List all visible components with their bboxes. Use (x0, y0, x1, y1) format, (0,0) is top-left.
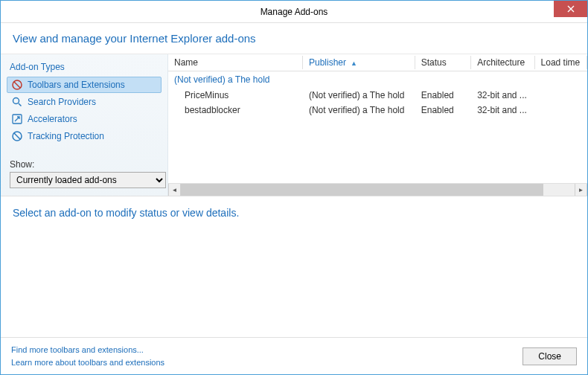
page-title: View and manage your Internet Explorer a… (13, 32, 575, 45)
cell-loadtime (535, 88, 587, 103)
table-row[interactable]: bestadblocker (Not verified) a The hold … (168, 103, 587, 118)
sidebar-item-label: Search Providers (28, 97, 96, 107)
cell-status: Enabled (415, 88, 471, 103)
sidebar-item-label: Tracking Protection (28, 131, 104, 141)
learn-more-link[interactable]: Learn more about toolbars and extensions (11, 356, 164, 369)
close-button[interactable]: Close (523, 347, 577, 365)
scroll-thumb[interactable] (181, 184, 543, 196)
table-header-row: Name Publisher▲ Status Architecture Load… (168, 54, 587, 71)
cell-name: bestadblocker (168, 103, 303, 118)
sidebar: Add-on Types Toolbars and Extensions Sea… (1, 54, 168, 196)
addon-table-wrap: Name Publisher▲ Status Architecture Load… (168, 54, 587, 183)
show-select[interactable]: Currently loaded add-ons (10, 172, 166, 188)
accelerator-icon (11, 113, 23, 125)
show-section: Show: Currently loaded add-ons (7, 159, 162, 188)
content-area: Add-on Types Toolbars and Extensions Sea… (1, 54, 587, 196)
cell-status: Enabled (415, 103, 471, 118)
footer-links: Find more toolbars and extensions... Lea… (11, 344, 164, 368)
show-label: Show: (10, 159, 162, 170)
table-row[interactable]: PriceMinus (Not verified) a The hold Ena… (168, 88, 587, 103)
sidebar-item-toolbars-extensions[interactable]: Toolbars and Extensions (7, 77, 162, 93)
cell-architecture: 32-bit and ... (471, 103, 534, 118)
col-header-loadtime[interactable]: Load time (535, 54, 587, 71)
sidebar-heading: Add-on Types (7, 62, 162, 72)
details-message: Select an add-on to modify status or vie… (13, 207, 575, 219)
cell-architecture: 32-bit and ... (471, 88, 534, 103)
toolbar-icon (11, 79, 23, 91)
close-icon (567, 5, 575, 13)
col-header-publisher[interactable]: Publisher▲ (303, 54, 415, 71)
table-group-row[interactable]: (Not verified) a The hold (168, 71, 587, 89)
cell-name: PriceMinus (168, 88, 303, 103)
sidebar-item-search-providers[interactable]: Search Providers (7, 94, 162, 110)
sidebar-item-label: Toolbars and Extensions (28, 80, 125, 90)
horizontal-scrollbar[interactable]: ◄ ► (168, 183, 587, 196)
block-icon (11, 130, 23, 142)
col-header-name[interactable]: Name (168, 54, 303, 71)
scroll-track[interactable] (181, 184, 575, 196)
cell-loadtime (535, 103, 587, 118)
sort-ascending-icon: ▲ (351, 60, 357, 67)
group-label: (Not verified) a The hold (168, 71, 587, 89)
sidebar-item-label: Accelerators (28, 114, 77, 124)
window-close-button[interactable] (554, 1, 587, 17)
search-icon (11, 96, 23, 108)
scroll-right-arrow[interactable]: ► (575, 184, 587, 196)
titlebar: Manage Add-ons (1, 1, 587, 23)
svg-point-1 (13, 98, 19, 104)
main-area: Name Publisher▲ Status Architecture Load… (168, 54, 587, 196)
footer: Find more toolbars and extensions... Lea… (1, 337, 587, 374)
addon-table: Name Publisher▲ Status Architecture Load… (168, 54, 587, 118)
scroll-left-arrow[interactable]: ◄ (168, 184, 181, 196)
find-more-link[interactable]: Find more toolbars and extensions... (11, 344, 164, 356)
cell-publisher: (Not verified) a The hold (303, 88, 415, 103)
header-bar: View and manage your Internet Explorer a… (1, 23, 587, 54)
details-pane: Select an add-on to modify status or vie… (1, 196, 587, 341)
col-header-status[interactable]: Status (415, 54, 471, 71)
col-header-architecture[interactable]: Architecture (471, 54, 534, 71)
sidebar-item-tracking-protection[interactable]: Tracking Protection (7, 128, 162, 144)
sidebar-item-accelerators[interactable]: Accelerators (7, 111, 162, 127)
cell-publisher: (Not verified) a The hold (303, 103, 415, 118)
window-title: Manage Add-ons (261, 7, 328, 17)
